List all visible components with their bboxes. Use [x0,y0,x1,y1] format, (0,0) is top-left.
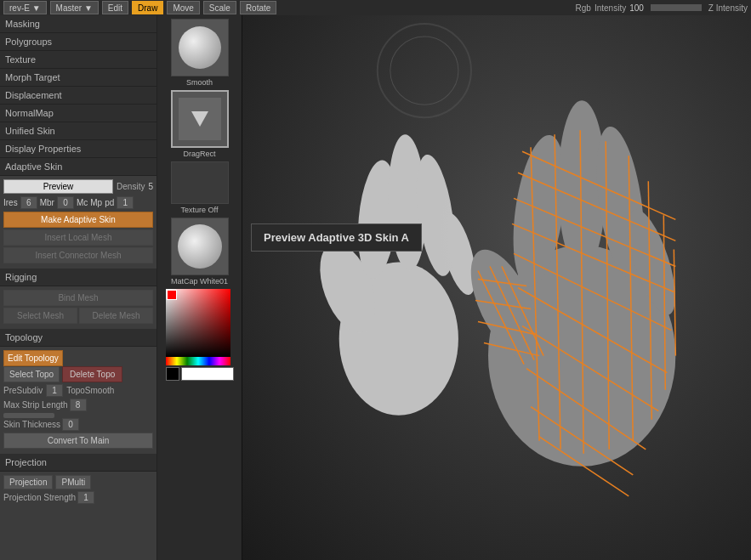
normalmap-section[interactable]: NormalMap [0,105,156,122]
dragrect-thumb-label: DragRect [171,150,229,158]
rgb-label: Rgb [576,3,591,13]
insert-connector-mesh-button[interactable]: Insert Connector Mesh [3,247,153,263]
sphere-shape [179,26,221,69]
convert-to-main-button[interactable]: Convert To Main [3,433,153,449]
hand-svg [242,15,751,560]
preview-row: Preview Density 5 [3,179,153,194]
white-swatch[interactable] [181,367,234,381]
max-strip-label: Max Strip Length [3,400,68,410]
scale-btn[interactable]: Scale [203,1,236,14]
insert-local-mesh-button[interactable]: Insert Local Mesh [3,229,153,246]
texture-off-thumb-container: Texture Off [171,161,229,214]
pd-value: 1 [117,196,134,209]
top-toolbar: rev-E ▼ Master ▼ Edit Draw Move Scale Ro… [0,0,751,15]
move-btn[interactable]: Move [167,1,199,14]
intensity-slider[interactable] [651,4,702,11]
proj-strength-label: Projection Strength [3,493,76,502]
intensity-label: Intensity [595,3,626,13]
matcap-thumb-container: MatCap White01 [171,218,229,286]
edit-btn[interactable]: Edit [102,1,128,14]
tooltip-text: Preview Adaptive 3D Skin A [264,231,409,244]
projection-section-title[interactable]: Projection [0,454,156,472]
dragrect-thumb[interactable] [171,90,229,148]
texture-off-thumb[interactable] [171,161,229,204]
max-strip-slider[interactable] [3,413,54,418]
topology-content: Edit Topology Select Topo Delete Topo Pr… [0,347,156,454]
topo-btn-row: Select Topo Delete Topo [3,366,153,382]
bind-mesh-button[interactable]: Bind Mesh [3,290,153,306]
main-area: Masking Polygroups Texture Morph Target … [0,15,751,560]
unified-skin-section[interactable]: Unified Skin [0,122,156,140]
proj-strength-value: 1 [77,491,94,504]
projection-button[interactable]: Projection [3,475,53,489]
hue-bar[interactable] [166,357,230,365]
adaptive-skin-section-title[interactable]: Adaptive Skin [0,158,156,176]
masking-section[interactable]: Masking [0,15,156,33]
brush-selector[interactable]: rev-E ▼ [3,1,47,14]
texture-section[interactable]: Texture [0,51,156,69]
max-strip-row: Max Strip Length 8 [3,399,153,411]
ires-label: Ires [3,198,18,207]
pd-label: pd [105,198,114,207]
dragrect-arrow-icon [191,111,208,127]
middle-panel: Smooth DragRect Texture Off MatCap White… [157,15,242,560]
ires-row: Ires 6 Mbr 0 Mc Mp pd 1 [3,196,153,209]
topology-section-title[interactable]: Topology [0,329,156,347]
skin-thickness-label: Skin Thickness [3,420,60,429]
left-hand [310,133,483,415]
right-hand [457,100,685,496]
max-strip-value: 8 [70,399,87,411]
presubdiv-row: PreSubdiv 1 TopoSmooth [3,384,153,397]
matcap-thumb[interactable] [171,218,229,275]
density-label: Density [117,182,145,191]
proj-btn-row: Projection PMulti [3,475,153,489]
dragrect-shape [179,98,221,140]
left-panel: Masking Polygroups Texture Morph Target … [0,15,157,560]
black-swatch[interactable] [166,367,179,381]
density-value: 5 [148,182,153,191]
color-gradient-canvas[interactable] [166,289,230,357]
master-selector[interactable]: Master ▼ [50,1,99,14]
select-mesh-button[interactable]: Select Mesh [3,308,77,324]
delete-mesh-button[interactable]: Delete Mesh [79,308,153,324]
mbr-label: Mbr [40,198,54,207]
svg-point-1 [390,37,458,105]
delete-topo-button[interactable]: Delete Topo [62,366,122,382]
smooth-thumb-label: Smooth [171,78,229,87]
svg-point-0 [378,24,471,117]
adaptive-skin-content: Preview Density 5 Ires 6 Mbr 0 Mc Mp pd … [0,176,156,269]
proj-strength-row: Projection Strength 1 [3,491,153,504]
smooth-thumb[interactable] [171,19,229,76]
ires-value: 6 [20,196,37,209]
display-properties-section[interactable]: Display Properties [0,140,156,158]
matcap-thumb-label: MatCap White01 [171,277,229,286]
presubdiv-value: 1 [46,384,63,397]
morph-target-section[interactable]: Morph Target [0,69,156,87]
z-intensity-label: Z Intensity [708,3,748,13]
make-adaptive-skin-button[interactable]: Make Adaptive Skin [3,212,153,228]
projection-content: Projection PMulti Projection Strength 1 [0,472,156,509]
color-swatches [166,367,234,381]
mesh-btn-row: Select Mesh Delete Mesh [3,308,153,324]
matcap-sphere [178,224,222,269]
rigging-section-title[interactable]: Rigging [0,269,156,286]
select-topo-button[interactable]: Select Topo [3,366,60,382]
toposmooth-label: TopoSmooth [66,386,114,395]
mc-label: Mc [77,198,88,207]
texture-off-thumb-label: Texture Off [171,206,229,214]
edit-topology-button[interactable]: Edit Topology [3,350,63,366]
skin-thickness-value: 0 [62,418,79,431]
preview-button[interactable]: Preview [3,179,113,194]
skin-thickness-row: Skin Thickness 0 [3,418,153,431]
polygroups-section[interactable]: Polygroups [0,33,156,51]
pmulti-button[interactable]: PMulti [55,475,91,489]
viewport[interactable]: Preview Adaptive 3D Skin A [242,15,751,560]
dragrect-thumb-container: DragRect [171,90,229,158]
presubdiv-label: PreSubdiv [3,386,43,395]
draw-btn[interactable]: Draw [132,1,163,14]
color-gradient-container [166,289,234,357]
smooth-thumb-container: Smooth [171,19,229,87]
displacement-section[interactable]: Displacement [0,87,156,105]
rotate-btn[interactable]: Rotate [240,1,276,14]
mp-label: Mp [90,198,102,207]
